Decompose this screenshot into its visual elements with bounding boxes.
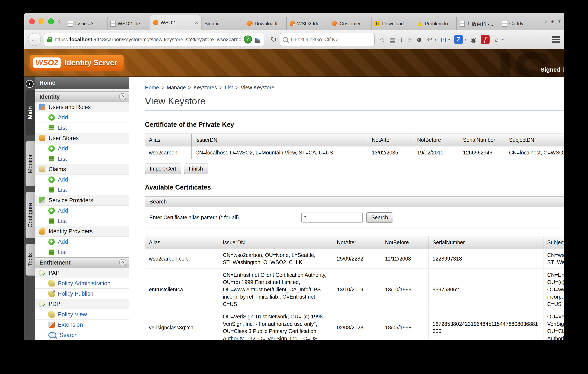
new-tab-button[interactable]: +	[551, 18, 554, 25]
browser-tab[interactable]: bDownload ...	[371, 17, 414, 30]
sidebar-item-list[interactable]: List	[35, 247, 129, 257]
scroll-icon	[48, 280, 55, 287]
sidebar-item-add[interactable]: Add	[35, 112, 129, 123]
list-all-tabs-icon[interactable]: ▾	[558, 19, 561, 24]
sidebar-item-user-stores[interactable]: User Stores	[35, 133, 129, 143]
dropdown-caret-icon[interactable]: ▾	[435, 37, 437, 42]
tab-label: 开放百科 -...	[467, 20, 493, 27]
browser-tab[interactable]: WSO2 Ide...	[107, 17, 150, 30]
minimize-window-button[interactable]	[38, 18, 44, 24]
browser-tab[interactable]: WSO2 Ide...	[286, 17, 329, 30]
sidebar-section-entitlement[interactable]: Entitlement^	[35, 257, 129, 268]
browser-tab[interactable]: Caddy - ...	[499, 17, 541, 30]
add-icon	[48, 114, 55, 121]
zotero-icon[interactable]: Z	[454, 35, 463, 44]
sidebar-item-policy-administration[interactable]: Policy Administration	[35, 278, 129, 289]
cell-issuer: OU=VeriSign Trust Network, OU="(c) 1998 …	[219, 310, 333, 340]
search-input[interactable]	[290, 36, 371, 43]
adblock-shield-icon[interactable]: ✓	[244, 35, 252, 43]
dropdown-caret-icon[interactable]: ▾	[448, 37, 450, 42]
rail-tab-tools[interactable]: Tools	[26, 244, 35, 276]
tab-scroll-right-icon[interactable]: ›	[545, 18, 547, 25]
sidebar-item-claims[interactable]: Claims	[35, 164, 129, 174]
browser-tab[interactable]: Downloadi...	[244, 17, 286, 30]
collapse-chevron-icon[interactable]: ^	[119, 259, 126, 266]
browser-tab[interactable]: Issue #3 - ...	[65, 17, 107, 30]
sidebar-item-service-providers[interactable]: Service Providers	[35, 195, 129, 206]
sidebar-item-list[interactable]: List	[35, 154, 129, 164]
cell-notafter: 13/02/2035	[368, 146, 413, 159]
title-rule	[145, 110, 564, 111]
column-header-notafter: NotAfter	[368, 134, 413, 146]
list-icon	[48, 187, 55, 193]
url-path: :9443/carbon/keystoremgt/view-keystore.j…	[92, 37, 241, 42]
evernote-grid-icon[interactable]: ◉	[471, 35, 477, 44]
bookmark-star-icon[interactable]: ☆	[379, 35, 385, 44]
dropdown-caret-icon[interactable]: ▾	[502, 37, 504, 42]
undo-icon[interactable]: ↩	[427, 35, 433, 44]
downloads-icon[interactable]: ↓	[400, 35, 403, 43]
rail-tab-main[interactable]: Main	[26, 90, 35, 135]
cell-notbefore: 13/10/1999	[381, 268, 429, 310]
sidebar-item-extension[interactable]: Extension	[35, 320, 129, 330]
sidebar-item-home[interactable]: Home	[35, 77, 129, 89]
sidebar-item-policy-publish[interactable]: Policy Publish	[35, 289, 129, 299]
column-header-subjectdn: SubjectDN	[543, 236, 565, 249]
private-key-cert-table: AliasIssuerDNNotAfterNotBeforeSerialNumb…	[145, 134, 564, 159]
back-button[interactable]: ←	[28, 33, 41, 46]
browser-tab[interactable]: Sign-in	[201, 17, 244, 30]
browser-tab-bar: ‹ Issue #3 - ...WSO2 Ide...WSO2 ...×Sign…	[24, 13, 564, 30]
browser-tab[interactable]: Customer...	[329, 17, 371, 30]
sidebar-item-list[interactable]: List	[35, 123, 129, 133]
https-lock-icon	[47, 37, 52, 42]
import-cert-button[interactable]: Import Cert	[145, 163, 181, 174]
reading-list-icon[interactable]: ▤	[389, 35, 396, 44]
collapse-chevron-icon[interactable]: ^	[119, 93, 126, 100]
tab-close-icon[interactable]: ×	[195, 20, 198, 26]
sidebar-item-users-and-roles[interactable]: Users and Roles	[35, 102, 129, 112]
breadcrumb-list[interactable]: List	[225, 85, 233, 91]
add-icon	[48, 239, 55, 245]
molecule-icon[interactable]: ☼	[494, 35, 500, 43]
finish-button[interactable]: Finish	[184, 163, 208, 174]
sidebar-item-list[interactable]: List	[35, 216, 129, 226]
flash-icon[interactable]: f	[481, 35, 490, 44]
rail-tab-configure[interactable]: Configure	[26, 192, 35, 238]
hamburger-menu-icon[interactable]	[551, 36, 561, 43]
page-favicon-icon	[502, 21, 507, 27]
sidebar-item-add[interactable]: Add	[35, 174, 129, 185]
crop-tool-icon[interactable]: ⊡	[440, 35, 446, 44]
sidebar-item-identity-providers[interactable]: Identity Providers	[35, 226, 129, 237]
cert-alias-pattern-input[interactable]	[301, 213, 363, 223]
sidebar-item-add[interactable]: Add	[35, 206, 129, 216]
browser-tab[interactable]: 开放百科 -...	[456, 17, 499, 30]
breadcrumb-separator: >	[235, 85, 239, 91]
sidebar-item-add[interactable]: Add	[35, 143, 129, 154]
breadcrumb-home[interactable]: Home	[145, 85, 159, 91]
sidebar-item-add[interactable]: Add	[35, 237, 129, 247]
sidebar-section-identity[interactable]: Identity^	[35, 92, 129, 102]
tab-scroll-left-icon[interactable]: ‹	[57, 17, 65, 26]
sidebar-item-list[interactable]: List	[35, 185, 129, 195]
sidebar-item-search[interactable]: Search	[35, 330, 129, 340]
dropdown-caret-icon[interactable]: ▾	[465, 37, 467, 42]
sidebar-item-pdp[interactable]: PDP	[35, 299, 129, 309]
collapse-sidebar-icon[interactable]: ‹	[26, 80, 34, 88]
sidebar-item-pap[interactable]: PAP	[35, 268, 129, 278]
reload-button[interactable]: ↻	[270, 35, 277, 44]
cell-notafter: 25/09/2282	[333, 249, 381, 268]
search-bar[interactable]	[280, 33, 375, 46]
url-bar[interactable]: https://localhost:9443/carbon/keystoremg…	[44, 33, 264, 46]
cell-serial: 167285380242319648451154478808036881606	[429, 310, 543, 340]
sidebar-item-policy-view[interactable]: Policy View	[35, 309, 129, 320]
cert-search-button[interactable]: Search	[367, 212, 393, 223]
home-icon[interactable]: ⌂	[407, 35, 411, 43]
browser-tab[interactable]: WSO2 ...×	[150, 15, 201, 30]
qr-code-icon[interactable]: ▦	[255, 36, 261, 43]
zoom-window-button[interactable]	[48, 18, 54, 24]
close-window-button[interactable]	[29, 18, 35, 24]
rail-tab-monitor[interactable]: Monitor	[26, 141, 35, 186]
column-header-subjectdn: SubjectDN	[505, 134, 565, 146]
browser-tab[interactable]: Problem lo...	[414, 17, 456, 30]
feedback-smiley-icon[interactable]: ☻	[415, 35, 423, 43]
